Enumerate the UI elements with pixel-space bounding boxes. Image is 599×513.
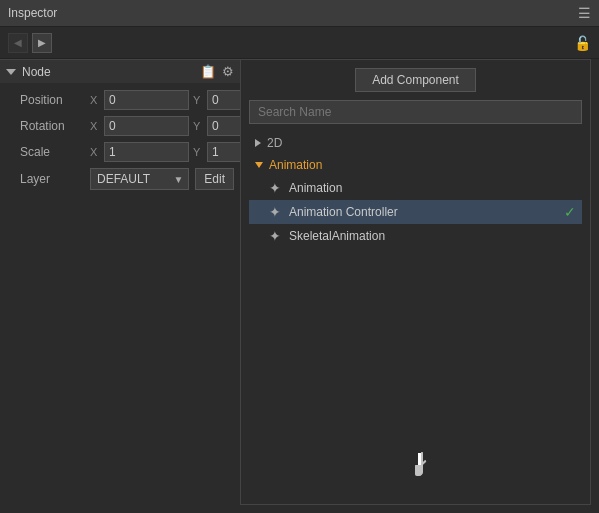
category-animation: Animation ✦ Animation ✦ Animation Contro… bbox=[249, 154, 582, 248]
rotation-y-label: Y bbox=[193, 120, 203, 132]
section-title: Node bbox=[22, 65, 51, 79]
hamburger-menu-icon[interactable]: ☰ bbox=[578, 5, 591, 21]
forward-arrow-button[interactable]: ▶ bbox=[32, 33, 52, 53]
layer-select[interactable]: DEFAULT Layer1 Layer2 bbox=[90, 168, 189, 190]
component-skeletal-animation[interactable]: ✦ SkeletalAnimation bbox=[249, 224, 582, 248]
component-animation-controller-label: Animation Controller bbox=[289, 205, 556, 219]
title-bar: Inspector ☰ bbox=[0, 0, 599, 27]
category-2d-label: 2D bbox=[267, 136, 282, 150]
title-bar-left: Inspector bbox=[8, 6, 57, 20]
component-animation[interactable]: ✦ Animation bbox=[249, 176, 582, 200]
inspector-panel: Inspector ☰ ◀ ▶ 🔓 ✓ Node bbox=[0, 0, 599, 513]
inspector-title: Inspector bbox=[8, 6, 57, 20]
scale-label: Scale bbox=[20, 145, 90, 159]
component-animation-controller-icon: ✦ bbox=[269, 204, 281, 220]
lock-icon[interactable]: 🔓 bbox=[574, 35, 591, 51]
component-animation-label: Animation bbox=[289, 181, 576, 195]
document-icon[interactable]: 📋 bbox=[200, 64, 216, 79]
position-row: Position X Y Z bbox=[0, 87, 240, 113]
forward-arrow-icon: ▶ bbox=[38, 37, 46, 48]
node-section-header: Node 📋 ⚙ bbox=[0, 59, 240, 83]
position-label: Position bbox=[20, 93, 90, 107]
layer-fields: DEFAULT Layer1 Layer2 ▼ Edit bbox=[90, 168, 234, 190]
rotation-row: Rotation X Y Z bbox=[0, 113, 240, 139]
position-x-label: X bbox=[90, 94, 100, 106]
component-skeletal-animation-label: SkeletalAnimation bbox=[289, 229, 576, 243]
layer-select-wrapper: DEFAULT Layer1 Layer2 ▼ bbox=[90, 168, 189, 190]
component-panel: Add Component 2D Animation ✦ Animation ✦… bbox=[240, 59, 591, 505]
component-animation-controller[interactable]: ✦ Animation Controller ✓ bbox=[249, 200, 582, 224]
component-animation-icon: ✦ bbox=[269, 180, 281, 196]
rotation-x-input[interactable] bbox=[104, 116, 189, 136]
back-arrow-button[interactable]: ◀ bbox=[8, 33, 28, 53]
section-collapse-button[interactable]: Node bbox=[6, 65, 51, 79]
scale-row: Scale X Y Z bbox=[0, 139, 240, 165]
rotation-label: Rotation bbox=[20, 119, 90, 133]
scale-y-label: Y bbox=[193, 146, 203, 158]
scale-x-input[interactable] bbox=[104, 142, 189, 162]
back-arrow-icon: ◀ bbox=[14, 37, 22, 48]
layer-label: Layer bbox=[20, 172, 90, 186]
component-skeletal-animation-icon: ✦ bbox=[269, 228, 281, 244]
section-collapse-icon bbox=[6, 69, 16, 75]
category-2d-collapse-icon bbox=[255, 139, 261, 147]
nav-arrows: ◀ ▶ bbox=[8, 33, 52, 53]
search-name-input[interactable] bbox=[249, 100, 582, 124]
left-panel: Node 📋 ⚙ Position X Y Z Rotation X bbox=[0, 59, 240, 513]
add-component-button[interactable]: Add Component bbox=[355, 68, 476, 92]
position-y-label: Y bbox=[193, 94, 203, 106]
layer-edit-button[interactable]: Edit bbox=[195, 168, 234, 190]
scale-x-label: X bbox=[90, 146, 100, 158]
gear-icon[interactable]: ⚙ bbox=[222, 64, 234, 79]
category-2d[interactable]: 2D bbox=[249, 132, 582, 154]
nav-bar: ◀ ▶ 🔓 bbox=[0, 27, 599, 59]
category-animation-label: Animation bbox=[269, 158, 322, 172]
layer-row: Layer DEFAULT Layer1 Layer2 ▼ Edit bbox=[0, 165, 240, 193]
position-x-input[interactable] bbox=[104, 90, 189, 110]
category-animation-collapse-icon bbox=[255, 162, 263, 168]
rotation-x-label: X bbox=[90, 120, 100, 132]
section-icons: 📋 ⚙ bbox=[200, 64, 234, 79]
component-animation-controller-checkmark: ✓ bbox=[564, 204, 576, 220]
category-animation-header[interactable]: Animation bbox=[249, 154, 582, 176]
